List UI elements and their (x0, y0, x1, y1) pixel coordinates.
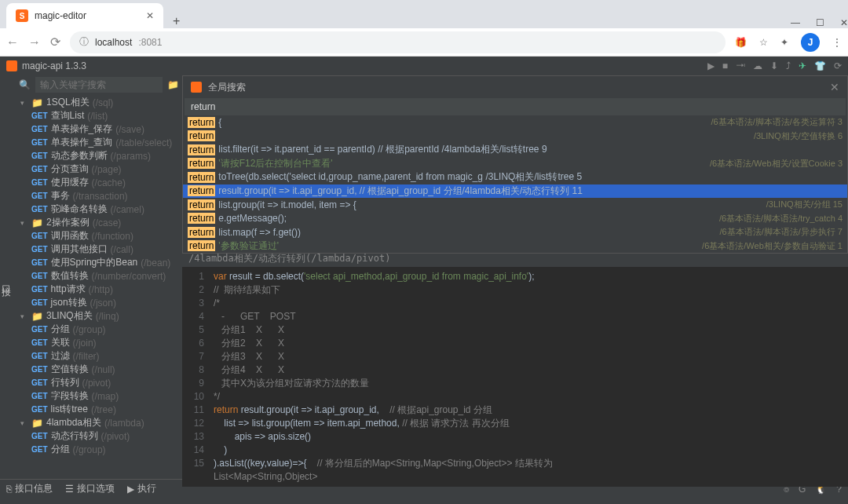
tree-item[interactable]: GET 分组(/group) (14, 323, 182, 336)
search-result[interactable]: returnresult.group(it => it.api_group_id… (183, 184, 847, 199)
tree-folder[interactable]: ▾📁2操作案例(/case) (14, 216, 182, 229)
tree-search-input[interactable] (35, 77, 163, 93)
close-icon[interactable]: ✕ (830, 81, 839, 93)
url-host: localhost (95, 37, 132, 48)
code-line: 5 分组1 X X (182, 323, 848, 337)
footer-api-options[interactable]: ☰接口选项 (65, 482, 115, 495)
refresh-icon[interactable]: ⟳ (834, 60, 842, 71)
run-icon[interactable]: ▶ (707, 60, 715, 71)
code-line: 15).asList((key,value)=>{ // 将分组后的Map<St… (182, 457, 848, 470)
send-icon[interactable]: ✈ (799, 60, 806, 71)
code-line: 6 分组2 X X (182, 337, 848, 350)
code-line: 11return result.group(it => it.api_group… (182, 404, 848, 417)
search-icon: 🔍 (19, 79, 31, 90)
tree-item[interactable]: GET 调用其他接口(/call) (14, 243, 182, 256)
tree-item[interactable]: GET 行转列(/pivot) (14, 376, 182, 389)
push-icon[interactable]: ⤴ (786, 60, 791, 71)
site-info-icon[interactable]: ⓘ (79, 35, 89, 49)
tree-item[interactable]: GET 关联(/join) (14, 336, 182, 349)
tree-item[interactable]: GET 分页查询(/page) (14, 163, 182, 176)
tree-item[interactable]: GET list转tree(/tree) (14, 403, 182, 416)
code-line: 4 - GET POST (182, 310, 848, 323)
code-line: 8 分组4 X X (182, 363, 848, 377)
search-logo (191, 82, 202, 93)
footer-run[interactable]: ▶执行 (127, 482, 156, 495)
window-maximize-icon[interactable]: ☐ (816, 17, 824, 28)
code-line: 14 ) (182, 444, 848, 457)
code-line: 7 分组3 X X (182, 350, 848, 363)
tree-item[interactable]: GET 字段转换(/map) (14, 389, 182, 403)
code-line: 10*/ (182, 390, 848, 404)
code-line: List<Map<String,Object> (182, 470, 848, 484)
tree-item[interactable]: GET 使用缓存(/cache) (14, 176, 182, 189)
tree-item[interactable]: GET 动态行转列(/pivot) (14, 429, 182, 443)
window-minimize-icon[interactable]: — (791, 17, 800, 28)
gift-icon[interactable]: 🎁 (735, 37, 747, 48)
download-icon[interactable]: ⬇ (770, 60, 778, 71)
menu-icon[interactable]: ⋮ (832, 37, 842, 48)
new-tab-button[interactable]: + (163, 14, 189, 28)
tab-close-icon[interactable]: ✕ (146, 10, 154, 21)
app-title: magic-api 1.3.3 (22, 60, 86, 71)
app-logo (6, 60, 17, 71)
favicon: S (16, 9, 28, 22)
tree-folder[interactable]: ▾📁3LINQ相关(/linq) (14, 309, 182, 323)
extensions-icon[interactable]: ✦ (780, 37, 788, 48)
tree-item[interactable]: GET 驼峰命名转换(/camel) (14, 203, 182, 216)
search-result[interactable]: return'参数验证通过'/6基本语法/Web相关/参数自动验证 1 (183, 239, 847, 254)
code-line: 9 其中X为该分组对应请求方法的数量 (182, 377, 848, 390)
reload-button[interactable]: ⟳ (50, 35, 60, 49)
folder-icon[interactable]: 📁 (167, 79, 179, 90)
footer-api-info[interactable]: ⎘接口信息 (6, 482, 53, 495)
url-port: :8081 (138, 37, 162, 48)
code-editor[interactable]: 1var result = db.select('select api_meth… (182, 267, 848, 487)
browser-tab[interactable]: S magic-editor ✕ (6, 3, 163, 28)
code-line: 1var result = db.select('select api_meth… (182, 270, 848, 283)
search-result[interactable]: return'请按F12后在控制台中查看'/6基本语法/Web相关/设置Cook… (183, 157, 847, 171)
code-line: 3/* (182, 297, 848, 310)
tree-item[interactable]: GET json转换(/json) (14, 296, 182, 309)
global-search-panel: 全局搜索 ✕ return{/6基本语法/脚本语法/各类运算符 3return/… (182, 75, 848, 254)
search-result[interactable]: returnlist.filter(it => it.parent_id == … (183, 143, 847, 157)
search-result[interactable]: return{/6基本语法/脚本语法/各类运算符 3 (183, 115, 847, 130)
sidebar-tab-0[interactable]: 接口 (0, 79, 14, 479)
tree-folder[interactable]: ▾📁4lambda相关(/lambda) (14, 416, 182, 429)
tree-item[interactable]: GET http请求(/http) (14, 283, 182, 296)
star-icon[interactable]: ☆ (759, 37, 768, 48)
tree-item[interactable]: GET 动态参数判断(/params) (14, 149, 182, 163)
skin-icon[interactable]: 👕 (814, 60, 826, 71)
forward-button[interactable]: → (28, 35, 41, 49)
window-close-icon[interactable]: ✕ (840, 17, 848, 28)
tree-item[interactable]: GET 单表操作_保存(/save) (14, 122, 182, 136)
global-search-input[interactable] (185, 98, 846, 115)
tree-item[interactable]: GET 分组(/group) (14, 443, 182, 456)
tree-item[interactable]: GET 单表操作_查询(/table/select) (14, 136, 182, 149)
tree-item[interactable]: GET 过滤(/filter) (14, 349, 182, 363)
tree-item[interactable]: GET 空值转换(/null) (14, 363, 182, 376)
back-button[interactable]: ← (6, 35, 19, 49)
tree-item[interactable]: GET 查询List(/list) (14, 109, 182, 122)
search-result[interactable]: returnlist.map(f => f.get())/6基本语法/脚本语法/… (183, 225, 847, 239)
tab-title: magic-editor (35, 10, 140, 21)
tree-item[interactable]: GET 使用Spring中的Bean(/bean) (14, 256, 182, 269)
address-bar[interactable]: ⓘ localhost:8081 (70, 31, 726, 53)
search-title: 全局搜索 (208, 81, 246, 94)
stop-icon[interactable]: ■ (722, 60, 728, 71)
tree-item[interactable]: GET 事务(/transaction) (14, 189, 182, 203)
upload-icon[interactable]: ☁ (753, 60, 762, 71)
profile-avatar[interactable]: J (801, 33, 820, 52)
code-line: 13 apis => apis.size() (182, 430, 848, 444)
code-line: 12 list => list.group(item => item.api_m… (182, 417, 848, 430)
step-icon[interactable]: ⭲ (736, 60, 745, 71)
search-result[interactable]: returnlist.group(it => it.model, item =>… (183, 198, 847, 212)
tree-item[interactable]: GET 调用函数(/function) (14, 229, 182, 243)
search-result[interactable]: returne.getMessage();/6基本语法/脚本语法/try_cat… (183, 212, 847, 226)
tree-item[interactable]: GET 数值转换(/number/convert) (14, 269, 182, 283)
search-result[interactable]: returntoTree(db.select('select id,group_… (183, 170, 847, 184)
search-result[interactable]: return/3LINQ相关/空值转换 6 (183, 130, 847, 144)
tree-folder[interactable]: ▾📁1SQL相关(/sql) (14, 96, 182, 109)
code-line: 2// 期待结果如下 (182, 283, 848, 297)
